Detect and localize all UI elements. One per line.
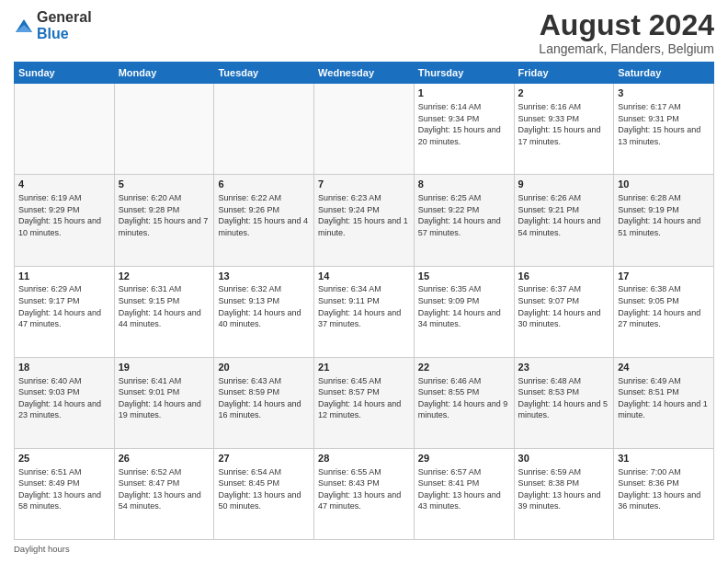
cell-info: Sunrise: 6:40 AMSunset: 9:03 PMDaylight:… [18, 375, 110, 421]
calendar-cell-0-4: 1Sunrise: 6:14 AMSunset: 9:34 PMDaylight… [414, 84, 514, 175]
calendar-cell-0-2 [214, 84, 314, 175]
calendar-cell-3-0: 18Sunrise: 6:40 AMSunset: 9:03 PMDayligh… [15, 357, 115, 448]
calendar-cell-0-6: 3Sunrise: 6:17 AMSunset: 9:31 PMDaylight… [614, 84, 714, 175]
logo: General Blue [14, 9, 92, 42]
header: General Blue August 2024 Langemark, Flan… [14, 9, 714, 56]
calendar-cell-1-3: 7Sunrise: 6:23 AMSunset: 9:24 PMDaylight… [314, 175, 415, 266]
cell-day-number: 21 [318, 361, 410, 374]
cell-day-number: 16 [518, 270, 610, 283]
cell-info: Sunrise: 6:46 AMSunset: 8:55 PMDaylight:… [418, 375, 510, 421]
cell-day-number: 1 [418, 86, 510, 100]
cell-day-number: 7 [318, 178, 410, 191]
calendar-header-row: SundayMondayTuesdayWednesdayThursdayFrid… [15, 63, 714, 84]
cell-day-number: 23 [518, 361, 610, 374]
subtitle: Langemark, Flanders, Belgium [539, 41, 714, 56]
footer-note: Daylight hours [14, 544, 714, 554]
calendar-header-friday: Friday [514, 63, 614, 84]
cell-day-number: 14 [318, 270, 410, 283]
cell-day-number: 11 [18, 270, 110, 283]
cell-day-number: 31 [618, 452, 710, 465]
cell-day-number: 12 [119, 270, 210, 283]
calendar-cell-4-0: 25Sunrise: 6:51 AMSunset: 8:49 PMDayligh… [15, 448, 115, 539]
calendar-table: SundayMondayTuesdayWednesdayThursdayFrid… [14, 62, 714, 540]
cell-info: Sunrise: 6:31 AMSunset: 9:15 PMDaylight:… [119, 283, 210, 329]
page: General Blue August 2024 Langemark, Flan… [0, 0, 728, 563]
cell-info: Sunrise: 6:25 AMSunset: 9:22 PMDaylight:… [418, 192, 510, 238]
cell-day-number: 27 [218, 452, 310, 465]
calendar-cell-3-1: 19Sunrise: 6:41 AMSunset: 9:01 PMDayligh… [114, 357, 214, 448]
cell-info: Sunrise: 6:23 AMSunset: 9:24 PMDaylight:… [318, 192, 410, 238]
calendar-cell-0-1 [114, 84, 214, 175]
cell-day-number: 24 [618, 361, 710, 374]
calendar-cell-1-4: 8Sunrise: 6:25 AMSunset: 9:22 PMDaylight… [414, 175, 514, 266]
logo-blue: Blue [37, 26, 69, 41]
cell-info: Sunrise: 6:14 AMSunset: 9:34 PMDaylight:… [418, 101, 510, 147]
cell-day-number: 6 [218, 178, 310, 191]
logo-icon [14, 16, 34, 36]
calendar-header-tuesday: Tuesday [214, 63, 314, 84]
calendar-cell-4-5: 30Sunrise: 6:59 AMSunset: 8:38 PMDayligh… [514, 448, 614, 539]
cell-info: Sunrise: 6:38 AMSunset: 9:05 PMDaylight:… [618, 283, 710, 329]
cell-day-number: 4 [18, 178, 110, 191]
cell-day-number: 2 [518, 86, 610, 100]
cell-info: Sunrise: 7:00 AMSunset: 8:36 PMDaylight:… [618, 466, 710, 512]
cell-day-number: 29 [418, 452, 510, 465]
cell-info: Sunrise: 6:54 AMSunset: 8:45 PMDaylight:… [218, 466, 310, 512]
calendar-cell-2-5: 16Sunrise: 6:37 AMSunset: 9:07 PMDayligh… [514, 266, 614, 357]
cell-day-number: 10 [618, 178, 710, 191]
cell-info: Sunrise: 6:55 AMSunset: 8:43 PMDaylight:… [318, 466, 410, 512]
calendar-cell-0-0 [15, 84, 115, 175]
cell-day-number: 20 [218, 361, 310, 374]
calendar-cell-2-6: 17Sunrise: 6:38 AMSunset: 9:05 PMDayligh… [614, 266, 714, 357]
calendar-header-sunday: Sunday [15, 63, 115, 84]
calendar-cell-1-2: 6Sunrise: 6:22 AMSunset: 9:26 PMDaylight… [214, 175, 314, 266]
cell-day-number: 8 [418, 178, 510, 191]
cell-day-number: 9 [518, 178, 610, 191]
calendar-cell-4-4: 29Sunrise: 6:57 AMSunset: 8:41 PMDayligh… [414, 448, 514, 539]
calendar-cell-3-3: 21Sunrise: 6:45 AMSunset: 8:57 PMDayligh… [314, 357, 415, 448]
calendar-header-thursday: Thursday [414, 63, 514, 84]
calendar-week-0: 1Sunrise: 6:14 AMSunset: 9:34 PMDaylight… [15, 84, 714, 175]
cell-info: Sunrise: 6:45 AMSunset: 8:57 PMDaylight:… [318, 375, 410, 421]
cell-info: Sunrise: 6:59 AMSunset: 8:38 PMDaylight:… [518, 466, 610, 512]
cell-info: Sunrise: 6:34 AMSunset: 9:11 PMDaylight:… [318, 283, 410, 329]
cell-info: Sunrise: 6:26 AMSunset: 9:21 PMDaylight:… [518, 192, 610, 238]
cell-day-number: 3 [618, 86, 710, 100]
calendar-cell-2-3: 14Sunrise: 6:34 AMSunset: 9:11 PMDayligh… [314, 266, 415, 357]
cell-info: Sunrise: 6:35 AMSunset: 9:09 PMDaylight:… [418, 283, 510, 329]
cell-day-number: 26 [119, 452, 210, 465]
calendar-cell-2-0: 11Sunrise: 6:29 AMSunset: 9:17 PMDayligh… [15, 266, 115, 357]
calendar-week-2: 11Sunrise: 6:29 AMSunset: 9:17 PMDayligh… [15, 266, 714, 357]
calendar-header-wednesday: Wednesday [314, 63, 415, 84]
calendar-cell-3-2: 20Sunrise: 6:43 AMSunset: 8:59 PMDayligh… [214, 357, 314, 448]
cell-day-number: 22 [418, 361, 510, 374]
cell-info: Sunrise: 6:29 AMSunset: 9:17 PMDaylight:… [18, 283, 110, 329]
calendar-cell-4-3: 28Sunrise: 6:55 AMSunset: 8:43 PMDayligh… [314, 448, 415, 539]
cell-day-number: 17 [618, 270, 710, 283]
calendar-cell-1-1: 5Sunrise: 6:20 AMSunset: 9:28 PMDaylight… [114, 175, 214, 266]
calendar-cell-3-6: 24Sunrise: 6:49 AMSunset: 8:51 PMDayligh… [614, 357, 714, 448]
cell-info: Sunrise: 6:22 AMSunset: 9:26 PMDaylight:… [218, 192, 310, 238]
cell-info: Sunrise: 6:17 AMSunset: 9:31 PMDaylight:… [618, 101, 710, 147]
cell-day-number: 30 [518, 452, 610, 465]
cell-info: Sunrise: 6:37 AMSunset: 9:07 PMDaylight:… [518, 283, 610, 329]
calendar-cell-4-1: 26Sunrise: 6:52 AMSunset: 8:47 PMDayligh… [114, 448, 214, 539]
cell-day-number: 5 [119, 178, 210, 191]
calendar-cell-3-5: 23Sunrise: 6:48 AMSunset: 8:53 PMDayligh… [514, 357, 614, 448]
cell-info: Sunrise: 6:19 AMSunset: 9:29 PMDaylight:… [18, 192, 110, 238]
cell-info: Sunrise: 6:49 AMSunset: 8:51 PMDaylight:… [618, 375, 710, 421]
cell-info: Sunrise: 6:51 AMSunset: 8:49 PMDaylight:… [18, 466, 110, 512]
calendar-cell-0-3 [314, 84, 415, 175]
calendar-cell-4-2: 27Sunrise: 6:54 AMSunset: 8:45 PMDayligh… [214, 448, 314, 539]
cell-info: Sunrise: 6:41 AMSunset: 9:01 PMDaylight:… [119, 375, 210, 421]
calendar-week-3: 18Sunrise: 6:40 AMSunset: 9:03 PMDayligh… [15, 357, 714, 448]
cell-info: Sunrise: 6:32 AMSunset: 9:13 PMDaylight:… [218, 283, 310, 329]
calendar-cell-2-1: 12Sunrise: 6:31 AMSunset: 9:15 PMDayligh… [114, 266, 214, 357]
calendar-week-1: 4Sunrise: 6:19 AMSunset: 9:29 PMDaylight… [15, 175, 714, 266]
cell-day-number: 18 [18, 361, 110, 374]
cell-day-number: 13 [218, 270, 310, 283]
logo-general: General [37, 9, 92, 25]
calendar-cell-2-4: 15Sunrise: 6:35 AMSunset: 9:09 PMDayligh… [414, 266, 514, 357]
calendar-header-saturday: Saturday [614, 63, 714, 84]
calendar-cell-2-2: 13Sunrise: 6:32 AMSunset: 9:13 PMDayligh… [214, 266, 314, 357]
